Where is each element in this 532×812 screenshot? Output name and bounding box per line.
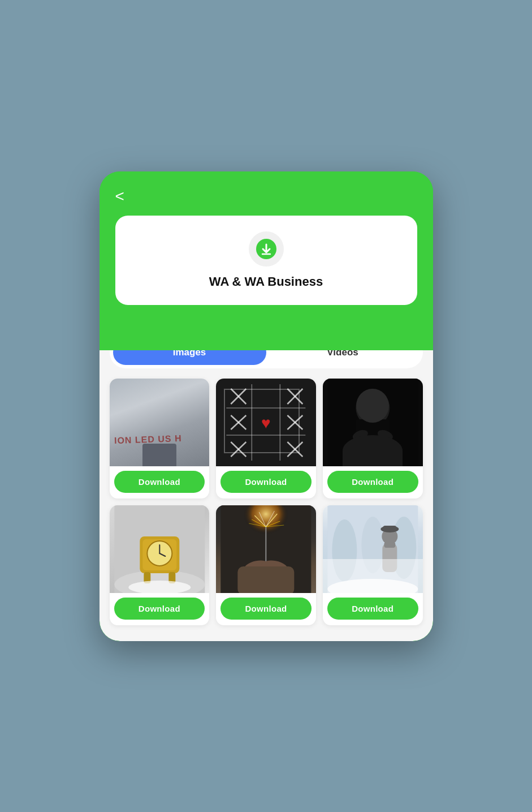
- svg-point-53: [327, 579, 418, 593]
- svg-text:♥: ♥: [261, 414, 271, 432]
- download-button-1[interactable]: Download: [114, 471, 205, 493]
- image-grid: Download: [110, 379, 423, 625]
- image-thumb-6: [323, 505, 423, 593]
- svg-point-52: [361, 517, 384, 573]
- brand-card: WA & WA Business: [115, 216, 417, 305]
- download-button-3[interactable]: Download: [327, 471, 418, 493]
- image-card-4: Download: [110, 505, 210, 625]
- download-button-4[interactable]: Download: [114, 598, 205, 620]
- brand-icon-wrap: [249, 231, 284, 267]
- download-button-2[interactable]: Download: [220, 471, 312, 493]
- image-card-3: Download: [323, 379, 423, 499]
- content-area: Images Videos Download: [100, 322, 433, 641]
- svg-rect-56: [383, 526, 396, 531]
- image-thumb-4: [110, 505, 210, 593]
- image-card-5: Download: [216, 505, 316, 625]
- download-icon: [256, 239, 276, 259]
- x-marks: ♥: [216, 379, 316, 466]
- svg-rect-58: [384, 542, 395, 548]
- image-card-2: ♥ Download: [216, 379, 316, 499]
- brand-title: WA & WA Business: [209, 274, 323, 289]
- svg-point-21: [362, 409, 370, 414]
- image-card-1: Download: [110, 379, 210, 499]
- svg-rect-48: [237, 566, 294, 593]
- image-thumb-5: [216, 505, 316, 593]
- svg-point-22: [375, 409, 383, 414]
- download-button-6[interactable]: Download: [327, 598, 418, 620]
- image-thumb-1: [110, 379, 210, 466]
- svg-rect-57: [382, 544, 397, 572]
- svg-rect-18: [327, 379, 418, 466]
- image-thumb-2: ♥: [216, 379, 316, 466]
- svg-point-50: [332, 519, 357, 582]
- download-button-5[interactable]: Download: [220, 598, 312, 620]
- back-button[interactable]: <: [115, 187, 124, 205]
- phone-shell: < WA & WA Business Images Videos: [100, 171, 433, 641]
- image-card-6: Download: [323, 505, 423, 625]
- header-area: < WA & WA Business: [100, 171, 433, 350]
- image-thumb-3: [323, 379, 423, 466]
